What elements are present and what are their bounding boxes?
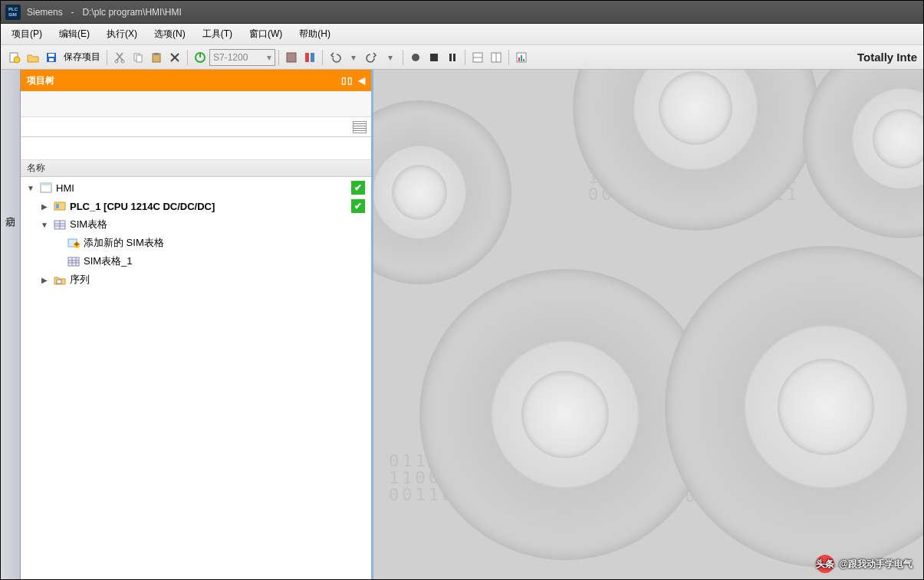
tree-label: PLC_1 [CPU 1214C DC/DC/DC] [70,201,351,212]
tree-label: HMI [56,182,351,194]
panel-gap [21,137,371,160]
new-project-button[interactable] [6,49,23,66]
watermark-icon: 头条 [816,555,834,573]
check-icon: ✔ [351,199,365,213]
separator [465,50,465,65]
plc-icon [53,200,67,212]
gear-decoration [573,70,818,231]
gear-decoration [373,100,511,284]
separator [187,50,188,65]
tree-row-plc[interactable]: ▶ PLC_1 [CPU 1214C DC/DC/DC] ✔ [21,197,371,215]
stop-button[interactable] [426,49,442,66]
gear-decoration [665,246,923,568]
menu-bar: 项目(P) 编辑(E) 执行(X) 选项(N) 工具(T) 窗口(W) 帮助(H… [1,24,923,45]
separator [508,50,509,65]
svg-rect-3 [48,54,54,57]
save-label: 保存项目 [61,51,104,64]
svg-rect-27 [523,59,524,61]
menu-project[interactable]: 项目(P) [7,25,47,44]
view-button-2[interactable] [301,49,318,66]
split-v-button[interactable] [488,49,505,66]
panel-filter-bar [21,117,371,137]
menu-options[interactable]: 选项(N) [150,25,190,44]
svg-text:✦: ✦ [73,239,80,248]
undo-button[interactable] [327,49,344,66]
svg-rect-29 [41,183,51,185]
watermark: 头条 @跟我动手学电气 [816,555,912,573]
svg-rect-26 [521,55,522,61]
svg-rect-18 [449,54,452,61]
menu-help[interactable]: 帮助(H) [294,25,335,44]
panel-collapse-icon[interactable]: ◀ [358,75,365,86]
menu-window[interactable]: 窗口(W) [245,25,287,44]
tree-row-sim-tables[interactable]: ▼ SIM表格 [21,215,371,234]
tree-container: 名称 ▼ HMI ✔ ▶ PLC_1 [CP [21,160,371,579]
project-tree: ▼ HMI ✔ ▶ PLC_1 [CPU 1214C DC/DC/DC] ✔ [21,177,371,290]
separator [278,50,279,65]
menu-execute[interactable]: 执行(X) [102,25,142,44]
svg-rect-31 [56,204,59,208]
power-button[interactable] [192,49,209,66]
record-button[interactable] [407,49,424,66]
tree-label: SIM表格_1 [84,254,368,268]
delete-button[interactable] [166,49,183,66]
separator [107,50,107,65]
panel-title: 项目树 [27,74,54,87]
menu-edit[interactable]: 编辑(E) [54,25,94,44]
chevron-down-icon: ▾ [267,52,271,63]
undo-menu-button[interactable]: ▾ [345,49,362,66]
open-project-button[interactable] [25,49,41,66]
tree-row-sequence[interactable]: ▶ 序列 [21,270,371,289]
device-dropdown-value: S7-1200 [213,52,248,63]
project-icon [39,182,53,194]
separator [322,50,323,65]
separator [403,50,403,65]
sequence-folder-icon [53,274,67,286]
tree-column-header: 名称 [21,160,371,177]
view-button-1[interactable] [283,49,300,66]
chevron-down-icon: ▾ [388,52,393,63]
redo-button[interactable] [363,49,380,66]
svg-point-1 [14,57,20,63]
check-icon: ✔ [351,181,365,195]
split-h-button[interactable] [469,49,486,66]
tree-row-add-sim[interactable]: ✦ 添加新的 SIM表格 [21,234,371,252]
filter-icon[interactable] [353,121,367,133]
add-table-icon: ✦ [67,237,81,249]
chart-button[interactable] [513,49,530,66]
main-area: 启动 项目树 ▯▯ ◀ 名称 ▼ HMI [1,70,923,579]
pause-button[interactable] [444,49,461,66]
app-logo-icon: PLCSIM [5,5,21,20]
menu-tools[interactable]: 工具(T) [198,25,237,44]
table-icon [67,255,81,267]
tree-row-root[interactable]: ▼ HMI ✔ [21,179,371,197]
expand-toggle-icon[interactable]: ▼ [25,182,36,193]
redo-menu-button[interactable]: ▾ [382,49,399,66]
save-button[interactable] [43,49,60,66]
cut-button[interactable] [111,49,128,66]
paste-button[interactable] [148,49,165,66]
app-title: Siemens - D:\plc program\HMI\HMI [27,6,182,18]
panel-columns-icon[interactable]: ▯▯ [341,75,353,86]
side-tab-bar: 启动 [1,70,21,579]
gear-decoration [803,70,923,238]
side-tab-start[interactable]: 启动 [4,208,18,211]
svg-rect-44 [57,280,61,283]
svg-rect-8 [136,55,142,62]
copy-button[interactable] [130,49,146,66]
project-tree-panel: 项目树 ▯▯ ◀ 名称 ▼ HMI ✔ [21,70,373,579]
tree-label: 添加新的 SIM表格 [84,236,368,250]
svg-rect-15 [311,53,314,62]
expand-toggle-icon[interactable]: ▼ [39,219,50,230]
brand-text: Totally Inte [857,51,923,64]
tree-row-sim-table-1[interactable]: SIM表格_1 [21,252,371,270]
toolbar: 保存项目 S7-1200 ▾ ▾ ▾ [1,45,923,70]
device-dropdown[interactable]: S7-1200 ▾ [209,49,275,66]
svg-rect-4 [49,58,54,61]
chevron-down-icon: ▾ [351,52,356,63]
expand-toggle-icon[interactable]: ▶ [39,201,50,211]
expand-toggle-icon[interactable]: ▶ [39,274,50,285]
table-folder-icon [53,218,67,231]
svg-rect-17 [430,54,438,61]
panel-header: 项目树 ▯▯ ◀ [21,70,371,91]
